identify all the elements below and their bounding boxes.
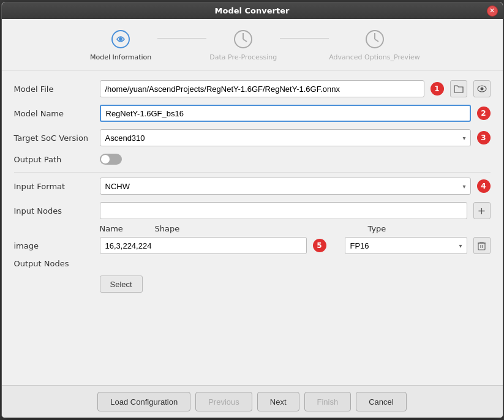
- output-path-toggle[interactable]: [100, 154, 122, 165]
- target-soc-label: Target SoC Version: [14, 133, 94, 143]
- dialog-title: Model Converter: [215, 6, 290, 15]
- model-file-label: Model File: [14, 84, 94, 94]
- dialog-model-converter: Model Converter ✕ Model Information: [1, 2, 503, 418]
- input-nodes-input[interactable]: [100, 202, 467, 219]
- target-soc-row: Target SoC Version Ascend310 Ascend710 A…: [14, 129, 491, 146]
- output-nodes-label: Output Nodes: [14, 259, 94, 268]
- output-nodes-row: Output Nodes: [14, 259, 491, 268]
- badge-5: 5: [313, 239, 326, 252]
- add-node-button[interactable]: +: [473, 202, 491, 219]
- wizard-steps: Model Information Data Pre-Processing: [2, 19, 503, 70]
- shape-col-header: Shape: [155, 224, 362, 233]
- model-file-input[interactable]: [100, 80, 424, 97]
- close-button[interactable]: ✕: [487, 6, 498, 17]
- step-3-label: Advanced Options_Preview: [329, 53, 420, 61]
- step-2-label: Data Pre-Processing: [209, 53, 277, 61]
- step-advanced-options[interactable]: Advanced Options_Preview: [329, 28, 420, 61]
- step-connector-2: [280, 38, 329, 39]
- model-name-label: Model Name: [14, 109, 94, 118]
- svg-rect-10: [478, 243, 485, 250]
- target-soc-select[interactable]: Ascend310 Ascend710 Ascend910: [100, 129, 471, 146]
- plus-icon: +: [478, 205, 486, 217]
- svg-line-4: [243, 39, 247, 42]
- eye-button[interactable]: [473, 80, 491, 97]
- step-1-icon: [109, 28, 132, 51]
- select-button-wrapper: Select: [14, 276, 491, 293]
- badge-4: 4: [477, 179, 491, 193]
- model-file-row: Model File 1: [14, 80, 491, 97]
- input-format-row: Input Format NCHW NHWC ND ▾ 4: [14, 178, 491, 195]
- step-2-icon: [231, 28, 255, 51]
- input-nodes-label: Input Nodes: [14, 206, 94, 216]
- divider-1: [14, 172, 491, 173]
- name-col-header: Name: [100, 224, 149, 233]
- shape-input[interactable]: [100, 237, 307, 254]
- input-nodes-row: Input Nodes +: [14, 202, 491, 219]
- input-format-label: Input Format: [14, 182, 94, 191]
- model-name-input[interactable]: [100, 105, 471, 122]
- type-col-header: Type: [368, 224, 491, 233]
- svg-point-9: [480, 88, 483, 91]
- input-node-table-row: image 5 FP16 FP32 INT8 INT32 UINT8 ▾: [14, 237, 491, 254]
- form-content: Model File 1 Model Name 2 Target: [2, 70, 503, 385]
- badge-3: 3: [477, 131, 491, 144]
- table-headers: Name Shape Type: [14, 224, 491, 233]
- badge-2: 2: [477, 107, 491, 120]
- titlebar: Model Converter ✕: [2, 2, 503, 19]
- step-1-label: Model Information: [90, 53, 151, 61]
- cancel-button[interactable]: Cancel: [356, 392, 406, 411]
- svg-point-1: [119, 37, 122, 41]
- input-format-select[interactable]: NCHW NHWC ND: [100, 178, 471, 195]
- previous-button[interactable]: Previous: [195, 392, 252, 411]
- output-path-label: Output Path: [14, 155, 94, 164]
- step-3-icon: [363, 28, 386, 51]
- step-model-information[interactable]: Model Information: [84, 28, 157, 61]
- finish-button[interactable]: Finish: [304, 392, 352, 411]
- model-name-row: Model Name 2: [14, 105, 491, 122]
- select-button[interactable]: Select: [100, 276, 143, 293]
- shape-wrapper: 5: [100, 237, 326, 254]
- type-select-wrapper: FP16 FP32 INT8 INT32 UINT8 ▾: [345, 237, 467, 254]
- output-path-row: Output Path: [14, 154, 491, 165]
- delete-node-button[interactable]: [473, 237, 491, 254]
- output-nodes-section: Output Nodes Select: [14, 259, 491, 293]
- folder-button[interactable]: [450, 80, 467, 97]
- svg-line-7: [375, 39, 378, 42]
- row-name-label: image: [14, 241, 94, 250]
- badge-1: 1: [431, 82, 444, 96]
- step-connector-1: [157, 38, 206, 39]
- load-configuration-button[interactable]: Load Configuration: [97, 392, 190, 411]
- next-button[interactable]: Next: [257, 392, 299, 411]
- type-select[interactable]: FP16 FP32 INT8 INT32 UINT8: [345, 237, 467, 254]
- step-data-preprocessing[interactable]: Data Pre-Processing: [206, 28, 280, 61]
- footer: Load Configuration Previous Next Finish …: [2, 385, 503, 418]
